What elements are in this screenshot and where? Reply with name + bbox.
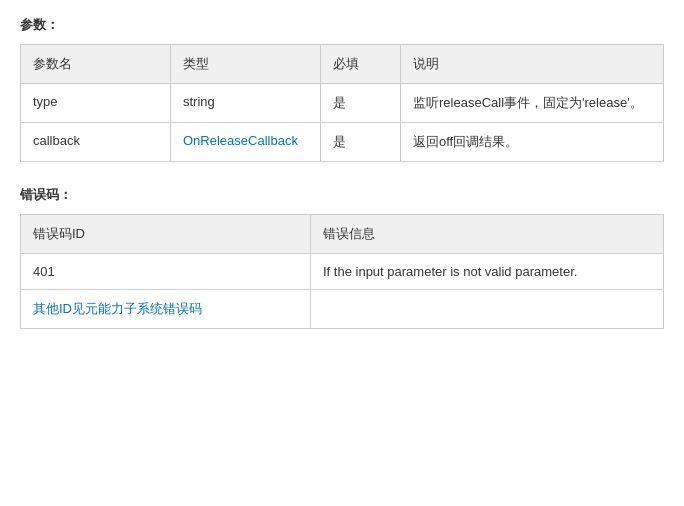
errors-col-id: 错误码ID [21,215,311,254]
params-cell-required: 是 [321,123,401,162]
errors-row: 其他ID见元能力子系统错误码 [21,290,664,329]
params-cell-desc: 监听releaseCall事件，固定为'release'。 [401,84,664,123]
params-cell-type[interactable]: OnReleaseCallback [171,123,321,162]
params-row: callbackOnReleaseCallback是返回off回调结果。 [21,123,664,162]
errors-table: 错误码ID 错误信息 401If the input parameter is … [20,214,664,329]
errors-header-row: 错误码ID 错误信息 [21,215,664,254]
errors-section: 错误码： 错误码ID 错误信息 401If the input paramete… [20,186,664,329]
errors-cell-code[interactable]: 其他ID见元能力子系统错误码 [21,290,311,329]
errors-row: 401If the input parameter is not valid p… [21,254,664,290]
error-code-link[interactable]: 其他ID见元能力子系统错误码 [33,301,202,316]
errors-cell-code: 401 [21,254,311,290]
params-table: 参数名 类型 必填 说明 typestring是监听releaseCall事件，… [20,44,664,162]
params-cell-desc: 返回off回调结果。 [401,123,664,162]
params-title: 参数： [20,16,664,34]
errors-col-msg: 错误信息 [311,215,664,254]
params-col-type: 类型 [171,45,321,84]
params-col-required: 必填 [321,45,401,84]
params-section: 参数： 参数名 类型 必填 说明 typestring是监听releaseCal… [20,16,664,162]
errors-title: 错误码： [20,186,664,204]
params-cell-type: string [171,84,321,123]
params-col-name: 参数名 [21,45,171,84]
params-header-row: 参数名 类型 必填 说明 [21,45,664,84]
params-row: typestring是监听releaseCall事件，固定为'release'。 [21,84,664,123]
errors-cell-message: If the input parameter is not valid para… [311,254,664,290]
params-cell-name: type [21,84,171,123]
errors-cell-message [311,290,664,329]
type-link[interactable]: OnReleaseCallback [183,133,298,148]
params-cell-name: callback [21,123,171,162]
params-cell-required: 是 [321,84,401,123]
params-col-desc: 说明 [401,45,664,84]
